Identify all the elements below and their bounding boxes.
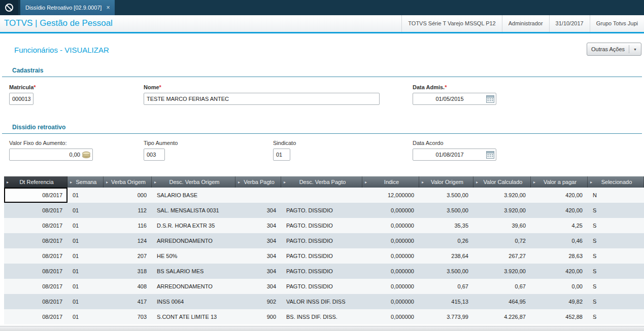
grid-cell[interactable]: 417 — [104, 294, 152, 309]
grid-cell[interactable]: PAGTO. DISSIDIO — [281, 233, 362, 248]
grid-cell[interactable]: 0,000000 — [362, 248, 419, 264]
grid-cell[interactable] — [235, 188, 281, 203]
grid-cell[interactable]: VALOR INSS DIF. DISS — [281, 294, 362, 309]
grid-cell[interactable]: 0,26 — [419, 233, 473, 248]
column-header[interactable]: ▸Desc. Verba Origem — [152, 176, 235, 188]
grid-cell[interactable]: 01 — [67, 279, 104, 294]
grid-cell[interactable]: S — [588, 309, 644, 324]
grid-cell[interactable]: PAGTO. DISSIDIO — [281, 248, 362, 264]
column-header[interactable]: ▸Selecionado — [588, 176, 644, 188]
grid-cell[interactable]: 01 — [67, 218, 104, 233]
nome-input[interactable] — [144, 93, 380, 105]
grid-cell[interactable]: 464,95 — [473, 294, 531, 309]
grid-cell[interactable]: 08/2017 — [4, 309, 67, 324]
grid-cell[interactable]: 000 — [104, 188, 152, 203]
column-header[interactable]: ▸Valor Calculado — [473, 176, 531, 188]
column-header[interactable]: ▸Semana — [67, 176, 104, 188]
grid-cell[interactable]: 0,67 — [419, 279, 473, 294]
grid-cell[interactable]: 207 — [104, 248, 152, 264]
grid-cell[interactable]: 35,35 — [419, 218, 473, 233]
grid-cell[interactable]: SALARIO BASE — [152, 188, 235, 203]
grid-cell[interactable]: 01 — [67, 309, 104, 324]
grid-cell[interactable]: 0,000000 — [362, 294, 419, 309]
grid-cell[interactable]: 304 — [235, 264, 281, 279]
grid-cell[interactable]: 238,64 — [419, 248, 473, 264]
grid-cell[interactable]: S — [588, 264, 644, 279]
grid-cell[interactable]: BS. INSS DIF. DISS. — [281, 309, 362, 324]
grid-cell[interactable]: S — [588, 294, 644, 309]
grid-cell[interactable]: N — [588, 188, 644, 203]
grid-cell[interactable]: 112 — [104, 203, 152, 218]
table-row[interactable]: 08/201701124ARREDONDAMENTO304PAGTO. DISS… — [4, 233, 644, 248]
other-actions-button[interactable]: Outras Ações ▼ — [587, 43, 641, 56]
column-header[interactable]: ▸Desc. Verba Pagto — [281, 176, 362, 188]
grid-cell[interactable]: 49,82 — [531, 294, 588, 309]
column-header[interactable]: ▸Indice — [362, 176, 419, 188]
grid-cell[interactable]: 124 — [104, 233, 152, 248]
table-row[interactable]: 08/201701207HE 50%304PAGTO. DISSIDIO0,00… — [4, 248, 644, 264]
grid-cell[interactable]: 420,00 — [531, 203, 588, 218]
grid-cell[interactable]: 0,72 — [473, 233, 531, 248]
table-row[interactable]: 08/201701417INSS 0064902VALOR INSS DIF. … — [4, 294, 644, 309]
grid-cell[interactable]: 01 — [67, 248, 104, 264]
grid-cell[interactable]: 08/2017 — [4, 248, 67, 264]
grid-cell[interactable]: S — [588, 279, 644, 294]
grid-cell[interactable]: 4.226,87 — [473, 309, 531, 324]
grid-cell[interactable]: 304 — [235, 248, 281, 264]
grid-cell[interactable]: 3.920,00 — [473, 264, 531, 279]
grid-cell[interactable]: 116 — [104, 218, 152, 233]
data-admissao-input[interactable] — [413, 93, 496, 105]
grid-cell[interactable]: 0,000000 — [362, 203, 419, 218]
grid-cell[interactable]: S.CONT ATE LIMITE 13 — [152, 309, 235, 324]
calendar-icon[interactable] — [486, 95, 494, 103]
grid-cell[interactable]: 08/2017 — [4, 188, 67, 203]
grid-cell[interactable]: 3.920,00 — [473, 203, 531, 218]
grid-cell[interactable]: 902 — [235, 294, 281, 309]
grid-cell[interactable]: 0,000000 — [362, 264, 419, 279]
column-header[interactable]: ▸Verba Pagto — [235, 176, 281, 188]
grid-cell[interactable]: PAGTO. DISSIDIO — [281, 264, 362, 279]
grid-cell[interactable]: 304 — [235, 233, 281, 248]
grid-cell[interactable]: 12,000000 — [362, 188, 419, 203]
grid-cell[interactable]: INSS 0064 — [152, 294, 235, 309]
column-header[interactable]: ▸Dt Referencia — [4, 176, 67, 188]
tipo-aumento-input[interactable] — [144, 149, 165, 161]
grid-cell[interactable]: 0,000000 — [362, 218, 419, 233]
grid-cell[interactable]: 3.500,00 — [419, 203, 473, 218]
table-row[interactable]: 08/201701116D.S.R. HORA EXTR 35304PAGTO.… — [4, 218, 644, 233]
grid-cell[interactable]: S — [588, 218, 644, 233]
grid-cell[interactable]: S — [588, 248, 644, 264]
grid-cell[interactable]: 3.500,00 — [419, 264, 473, 279]
tab-close-icon[interactable]: × — [106, 5, 110, 11]
grid-cell[interactable]: 01 — [67, 294, 104, 309]
grid-cell[interactable]: 08/2017 — [4, 264, 67, 279]
grid-cell[interactable]: 08/2017 — [4, 233, 67, 248]
grid-cell[interactable]: 01 — [67, 188, 104, 203]
grid-cell[interactable]: 304 — [235, 218, 281, 233]
grid-cell[interactable]: 900 — [235, 309, 281, 324]
grid-cell[interactable]: 01 — [67, 264, 104, 279]
column-header[interactable]: ▸Valor Origem — [419, 176, 473, 188]
grid-cell[interactable]: 28,63 — [531, 248, 588, 264]
grid-cell[interactable]: BS SALARIO MES — [152, 264, 235, 279]
table-row[interactable]: 08/201701112SAL. MENSALISTA 0031304PAGTO… — [4, 203, 644, 218]
grid-cell[interactable]: 415,13 — [419, 294, 473, 309]
grid-cell[interactable]: 0,000000 — [362, 279, 419, 294]
grid-cell[interactable]: 420,00 — [531, 264, 588, 279]
column-header[interactable]: ▸Valor a pagar — [531, 176, 588, 188]
grid-cell[interactable]: 08/2017 — [4, 294, 67, 309]
grid-cell[interactable]: 0,46 — [531, 233, 588, 248]
grid-cell[interactable]: ARREDONDAMENTO — [152, 279, 235, 294]
table-row[interactable]: 08/201701408ARREDONDAMENTO304PAGTO. DISS… — [4, 279, 644, 294]
grid-cell[interactable]: S — [588, 203, 644, 218]
grid-cell[interactable]: S — [588, 233, 644, 248]
grid-cell[interactable]: 08/2017 — [4, 279, 67, 294]
grid-cell[interactable]: SAL. MENSALISTA 0031 — [152, 203, 235, 218]
tab-dissidio-retroativo[interactable]: Dissídio Retroativo [02.9.0007] × — [20, 0, 115, 15]
calendar-icon[interactable] — [486, 151, 494, 159]
grid-cell[interactable]: 304 — [235, 279, 281, 294]
grid-cell[interactable]: 08/2017 — [4, 218, 67, 233]
grid-cell[interactable]: PAGTO. DISSIDIO — [281, 279, 362, 294]
matricula-input[interactable] — [9, 93, 33, 105]
valor-fixo-input[interactable] — [9, 149, 93, 161]
